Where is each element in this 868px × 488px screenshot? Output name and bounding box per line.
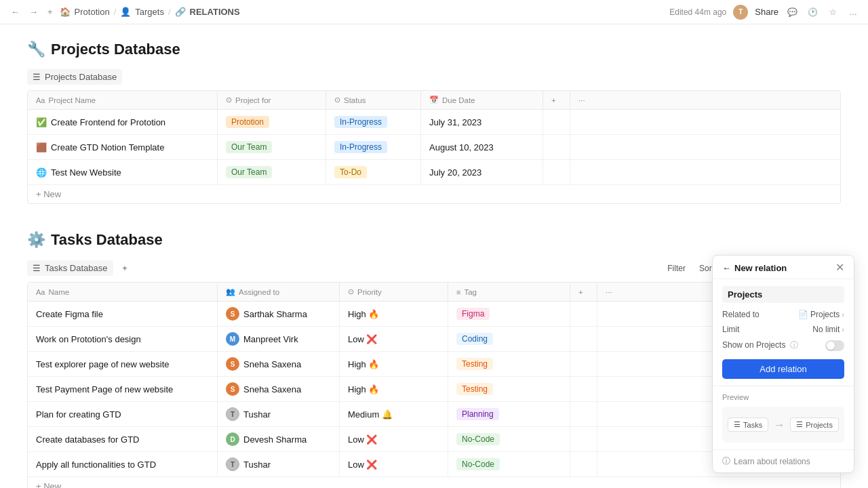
breadcrumb-targets-icon: 👤 <box>120 7 131 17</box>
task-assigned-cell[interactable]: MManpreet Virk <box>218 327 340 351</box>
projects-col-due-date: 📅Due Date <box>421 91 543 109</box>
back-arrow-icon[interactable]: ← <box>722 263 731 273</box>
priority-value: High 🔥 <box>348 384 379 394</box>
related-to-label: Related to <box>722 310 760 319</box>
task-empty1 <box>570 302 597 326</box>
comment-icon[interactable]: 💬 <box>785 5 799 19</box>
add-relation-button[interactable]: Add relation <box>722 359 844 379</box>
relation-field-name[interactable]: Projects <box>722 286 844 303</box>
task-assigned-cell[interactable]: TTushar <box>218 402 340 426</box>
project-status-badge: To-Do <box>334 166 367 178</box>
task-priority-cell[interactable]: High 🔥 <box>340 377 448 401</box>
task-tag-cell[interactable]: Testing <box>448 352 570 376</box>
project-name-cell[interactable]: 🌐Test New Website <box>28 160 218 184</box>
related-to-text: Projects <box>810 310 840 319</box>
project-row-name: Test New Website <box>51 167 121 178</box>
projects-db-tab[interactable]: ☰ Projects Database <box>27 69 122 85</box>
task-priority-cell[interactable]: Low ❌ <box>340 452 448 476</box>
task-name-cell[interactable]: Test Payment Page of new website <box>28 377 218 401</box>
task-tag-cell[interactable]: Testing <box>448 377 570 401</box>
tasks-add-new[interactable]: + New <box>28 477 840 488</box>
limit-label: Limit <box>722 325 739 334</box>
relation-panel: ← New relation ✕ Projects Related to 📄 P… <box>712 255 854 473</box>
task-tag-cell[interactable]: No-Code <box>448 427 570 451</box>
close-panel-button[interactable]: ✕ <box>835 262 844 273</box>
breadcrumb-home[interactable]: Prototion <box>75 7 110 17</box>
project-name-cell[interactable]: 🟫Create GTD Notion Template <box>28 135 218 159</box>
assigned-name: Sneha Saxena <box>243 359 301 369</box>
more-icon[interactable]: … <box>846 5 860 19</box>
task-priority-cell[interactable]: Medium 🔔 <box>340 402 448 426</box>
task-tag-cell[interactable]: No-Code <box>448 452 570 476</box>
col-aa-icon: Aa <box>36 96 45 104</box>
task-assigned-cell[interactable]: SSneha Saxena <box>218 352 340 376</box>
preview-label: Preview <box>722 393 844 401</box>
add-nav[interactable]: + <box>45 5 56 18</box>
col-name-label: Project Name <box>48 96 96 104</box>
tag-badge: Planning <box>456 408 499 420</box>
limit-value[interactable]: No limit › <box>812 325 844 334</box>
task-assigned-cell[interactable]: SSneha Saxena <box>218 377 340 401</box>
projects-database-section: 🔧 Projects Database ☰ Projects Database … <box>27 41 841 204</box>
project-for-badge: Prototion <box>226 116 269 128</box>
projects-tab-icon: ☰ <box>33 72 41 82</box>
toggle-knob <box>827 342 835 350</box>
tasks-col-more[interactable]: ··· <box>597 283 625 301</box>
projects-add-new[interactable]: + New <box>28 185 840 203</box>
task-priority-cell[interactable]: Low ❌ <box>340 327 448 351</box>
project-for-cell[interactable]: Our Team <box>218 135 326 159</box>
task-empty2 <box>597 427 625 451</box>
avatar: M <box>226 332 239 346</box>
task-assigned-cell[interactable]: SSarthak Sharma <box>218 302 340 326</box>
forward-nav[interactable]: → <box>26 5 41 18</box>
tasks-add-view[interactable]: + <box>119 262 132 275</box>
task-tag-cell[interactable]: Planning <box>448 402 570 426</box>
breadcrumb-targets[interactable]: Targets <box>135 7 164 17</box>
project-for-cell[interactable]: Our Team <box>218 160 326 184</box>
task-priority-cell[interactable]: Low ❌ <box>340 427 448 451</box>
preview-section: Preview ☰ Tasks → ☰ Projects <box>713 386 854 449</box>
tag-badge: No-Code <box>456 458 500 470</box>
task-name-cell[interactable]: Test explorer page of new website <box>28 352 218 376</box>
relation-panel-title: ← New relation <box>722 263 787 273</box>
breadcrumb-sep2: / <box>168 7 171 17</box>
task-name-cell[interactable]: Create databases for GTD <box>28 427 218 451</box>
project-name-cell[interactable]: ✅Create Frontend for Prototion <box>28 110 218 134</box>
col-date-icon: 📅 <box>429 96 439 104</box>
task-name-cell[interactable]: Plan for creating GTD <box>28 402 218 426</box>
project-status-cell[interactable]: In-Progress <box>326 135 421 159</box>
tasks-col-add[interactable]: + <box>570 283 597 301</box>
task-assigned-cell[interactable]: DDevesh Sharma <box>218 427 340 451</box>
task-priority-cell[interactable]: High 🔥 <box>340 352 448 376</box>
project-status-cell[interactable]: In-Progress <box>326 110 421 134</box>
learn-about-relations[interactable]: ⓘ Learn about relations <box>713 449 854 472</box>
assigned-name: Devesh Sharma <box>243 434 307 445</box>
history-icon[interactable]: 🕑 <box>806 5 819 19</box>
task-name-cell[interactable]: Work on Prototion's design <box>28 327 218 351</box>
project-status-badge: In-Progress <box>334 116 387 128</box>
related-to-value[interactable]: 📄 Projects › <box>798 310 844 319</box>
projects-col-add[interactable]: + <box>543 92 570 109</box>
filter-button[interactable]: Filter <box>663 262 690 275</box>
task-priority-cell[interactable]: High 🔥 <box>340 302 448 326</box>
project-status-cell[interactable]: To-Do <box>326 160 421 184</box>
project-empty1 <box>543 110 570 134</box>
task-tag-cell[interactable]: Figma <box>448 302 570 326</box>
share-button[interactable]: Share <box>755 7 778 17</box>
tasks-db-tab[interactable]: ☰ Tasks Database <box>27 260 113 276</box>
projects-col-more[interactable]: ··· <box>570 92 597 109</box>
priority-value: High 🔥 <box>348 359 379 369</box>
back-nav[interactable]: ← <box>8 5 22 18</box>
show-on-toggle[interactable] <box>825 340 844 351</box>
star-icon[interactable]: ☆ <box>826 5 840 19</box>
task-name-cell[interactable]: Apply all functionalities to GTD <box>28 452 218 476</box>
project-empty2 <box>570 135 597 159</box>
table-row: ✅Create Frontend for Prototion Prototion… <box>28 110 840 135</box>
project-for-cell[interactable]: Prototion <box>218 110 326 134</box>
task-tag-cell[interactable]: Coding <box>448 327 570 351</box>
tasks-col-assigned: 👥Assigned to <box>218 283 340 301</box>
task-assigned-cell[interactable]: TTushar <box>218 452 340 476</box>
priority-value: Low ❌ <box>348 434 377 445</box>
task-empty1 <box>570 352 597 376</box>
task-name-cell[interactable]: Create Figma file <box>28 302 218 326</box>
